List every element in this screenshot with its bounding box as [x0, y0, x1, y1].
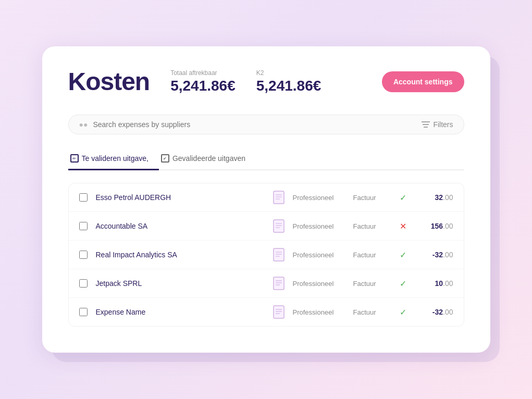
svg-rect-7	[274, 220, 284, 232]
row-amount-decimal: .00	[443, 193, 453, 202]
row-amount: -32.00	[417, 251, 453, 259]
row-status: ✕	[398, 221, 409, 231]
stat-totaal-label: Totaal aftrekbaar	[170, 69, 236, 77]
row-type: Factuur	[353, 308, 390, 316]
table-row[interactable]: Accountable SA Professioneel Factuur ✕ 1…	[69, 212, 464, 241]
row-amount-decimal: .00	[443, 308, 453, 316]
svg-rect-19	[274, 306, 284, 318]
row-status: ✓	[398, 279, 409, 289]
row-amount-decimal: .00	[443, 222, 453, 230]
row-amount: 156.00	[417, 222, 453, 230]
status-check-icon: ✓	[400, 308, 406, 317]
header-action: Account settings	[382, 71, 464, 92]
row-checkbox[interactable]	[79, 193, 88, 202]
row-category: Professioneel	[293, 280, 345, 288]
row-name: Accountable SA	[96, 222, 265, 230]
status-check-icon: ✓	[400, 251, 406, 259]
app-container: Kosten Totaal aftrekbaar 5,241.86€ K2 5,…	[42, 46, 490, 353]
row-name: Jetpack SPRL	[96, 279, 265, 288]
account-settings-button[interactable]: Account settings	[382, 71, 464, 92]
tab-gevalideerde[interactable]: ✔ Gevalideerde uitgaven	[159, 149, 256, 170]
status-cross-icon: ✕	[400, 222, 406, 231]
row-category: Professioneel	[293, 308, 345, 316]
row-status: ✓	[398, 307, 409, 317]
search-input[interactable]	[93, 120, 422, 129]
row-category: Professioneel	[293, 194, 345, 202]
row-checkbox[interactable]	[79, 308, 88, 316]
svg-rect-3	[274, 191, 284, 204]
row-type: Factuur	[353, 251, 390, 259]
document-icon	[273, 305, 284, 319]
row-amount-decimal: .00	[443, 251, 453, 259]
main-card: Kosten Totaal aftrekbaar 5,241.86€ K2 5,…	[42, 46, 490, 353]
row-name: Esso Petrol AUDERGH	[96, 193, 265, 202]
stat-k2-label: K2	[256, 69, 321, 77]
row-checkbox[interactable]	[79, 279, 88, 288]
table-row[interactable]: Esso Petrol AUDERGH Professioneel Factuu…	[69, 183, 464, 212]
row-checkbox[interactable]	[79, 222, 88, 230]
filter-icon	[422, 121, 430, 128]
svg-rect-11	[274, 248, 284, 261]
row-status: ✓	[398, 193, 409, 203]
header: Kosten Totaal aftrekbaar 5,241.86€ K2 5,…	[68, 67, 464, 96]
filters-button[interactable]: Filters	[422, 120, 453, 129]
row-amount: -32.00	[417, 308, 453, 316]
document-icon	[273, 191, 284, 204]
tab-gevalideerde-label: Gevalideerde uitgaven	[172, 154, 245, 163]
header-stats: Totaal aftrekbaar 5,241.86€ K2 5,241.86€	[170, 69, 361, 94]
row-category: Professioneel	[293, 222, 345, 230]
svg-rect-15	[274, 277, 284, 290]
row-status: ✓	[398, 250, 409, 260]
stat-totaal: Totaal aftrekbaar 5,241.86€	[170, 69, 236, 94]
row-amount-decimal: .00	[443, 279, 453, 288]
table-row[interactable]: Expense Name Professioneel Factuur ✓ -32…	[69, 298, 464, 326]
row-type: Factuur	[353, 222, 390, 230]
stat-k2: K2 5,241.86€	[256, 69, 321, 94]
status-check-icon: ✓	[400, 279, 406, 288]
tab-te-valideren-icon: ✏	[70, 154, 79, 163]
row-category: Professioneel	[293, 251, 345, 259]
row-type: Factuur	[353, 280, 390, 288]
tab-te-valideren[interactable]: ✏ Te valideren uitgave,	[68, 149, 159, 170]
document-icon	[273, 219, 284, 233]
search-bar: ●● Filters	[68, 115, 464, 134]
document-icon	[273, 248, 284, 261]
expense-table: Esso Petrol AUDERGH Professioneel Factuu…	[68, 183, 464, 327]
row-name: Real Impact Analytics SA	[96, 251, 265, 259]
document-icon	[273, 277, 284, 290]
status-check-icon: ✓	[400, 193, 406, 202]
page-title: Kosten	[68, 67, 150, 96]
stat-totaal-value: 5,241.86€	[170, 78, 236, 94]
row-name: Expense Name	[96, 308, 265, 316]
row-type: Factuur	[353, 194, 390, 202]
tab-te-valideren-label: Te valideren uitgave,	[82, 154, 149, 163]
filters-label: Filters	[433, 120, 453, 129]
search-icon: ●●	[79, 120, 88, 129]
row-amount: 32.00	[417, 193, 453, 202]
table-row[interactable]: Jetpack SPRL Professioneel Factuur ✓ 10.…	[69, 269, 464, 298]
table-row[interactable]: Real Impact Analytics SA Professioneel F…	[69, 241, 464, 269]
row-checkbox[interactable]	[79, 251, 88, 259]
row-amount: 10.00	[417, 279, 453, 288]
tab-gevalideerde-icon: ✔	[161, 154, 169, 163]
stat-k2-value: 5,241.86€	[256, 78, 321, 94]
tabs-container: ✏ Te valideren uitgave, ✔ Gevalideerde u…	[68, 149, 464, 170]
